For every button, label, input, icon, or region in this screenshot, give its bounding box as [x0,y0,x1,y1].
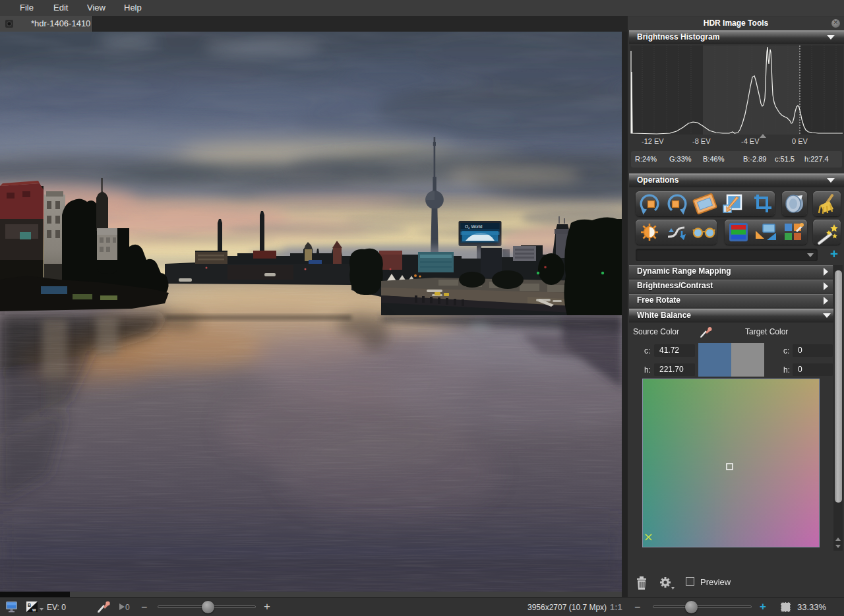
svg-text:B: B [28,603,31,607]
svg-text:w: w [32,607,36,612]
svg-text:O₂ World: O₂ World [465,224,483,229]
